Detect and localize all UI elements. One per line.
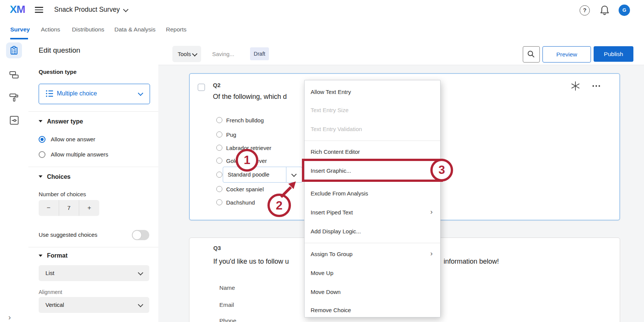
survey-flow-blocks-icon[interactable] [9, 70, 19, 80]
q3-field-name: Name [219, 284, 235, 291]
annotation-step-1-circle: 1 [236, 149, 258, 172]
xm-logo: XM [10, 3, 25, 16]
q2-choice-radio [216, 145, 222, 151]
annotation-step-3-circle: 3 [430, 159, 453, 181]
q3-id: Q3 [213, 245, 221, 251]
collapse-panel-chevron[interactable]: › [8, 313, 11, 322]
menu-item-assign-to-group[interactable]: Assign To Group [311, 250, 432, 258]
answer-type-collapse-triangle[interactable] [39, 120, 42, 122]
survey-title[interactable]: Snack Product Survey [54, 6, 120, 14]
menu-item-text-entry-size: Text Entry Size [311, 106, 432, 114]
q2-choice-radio [216, 199, 222, 205]
search-icon [527, 50, 535, 58]
format-select[interactable]: List [39, 265, 149, 281]
q2-choice-radio [216, 158, 222, 164]
saving-status: Saving... [212, 46, 234, 62]
tab-data-analysis[interactable]: Data & Analysis [114, 20, 156, 39]
sidebar-rail [0, 40, 29, 322]
look-and-feel-paint-roller-icon[interactable] [9, 92, 19, 103]
menu-item-add-display-logic[interactable]: Add Display Logic... [311, 228, 432, 235]
allow-multiple-answers-label[interactable]: Allow multiple answers [51, 151, 108, 158]
choices-count-value: 7 [59, 200, 80, 216]
format-chevron-icon [138, 270, 143, 275]
menu-item-insert-piped-text[interactable]: Insert Piped Text [311, 209, 432, 216]
choice-context-menu: Allow Text Entry Text Entry Size Text En… [304, 80, 441, 317]
notifications-bell-icon[interactable] [600, 5, 610, 16]
alignment-label: Alignment [39, 289, 62, 295]
tools-button[interactable]: Tools [172, 46, 201, 62]
use-suggested-choices-toggle[interactable] [132, 230, 149, 240]
favorite-asterisk-icon[interactable] [570, 81, 581, 91]
survey-options-sliders-icon[interactable] [9, 115, 19, 125]
preview-button[interactable]: Preview [542, 46, 591, 63]
choices-count-stepper: − 7 + [39, 200, 99, 216]
radio-allow-one-answer[interactable] [39, 136, 45, 143]
draft-badge: Draft [250, 47, 269, 60]
use-suggested-choices-label: Use suggested choices [39, 231, 97, 238]
q2-select-checkbox[interactable] [198, 84, 205, 91]
menu-item-exclude-from-analysis[interactable]: Exclude From Analysis [311, 190, 432, 197]
tab-distributions[interactable]: Distributions [72, 20, 104, 39]
q2-choice-radio [216, 172, 222, 178]
q2-choice-label[interactable]: Pug [226, 131, 236, 138]
survey-builder-icon[interactable] [9, 46, 19, 55]
allow-one-answer-label[interactable]: Allow one answer [51, 136, 95, 143]
q2-choice-radio [216, 117, 222, 123]
q2-choice-radio [216, 186, 222, 192]
help-icon[interactable]: ? [580, 5, 590, 16]
menu-item-move-up[interactable]: Move Up [311, 269, 432, 277]
choices-collapse-triangle[interactable] [39, 175, 42, 178]
q2-choice-radio [216, 131, 222, 138]
active-tab-underline [10, 38, 28, 39]
answer-type-heading[interactable]: Answer type [47, 118, 83, 125]
more-options-icon[interactable] [592, 85, 600, 87]
menu-item-text-entry-validation: Text Entry Validation [311, 125, 432, 133]
alignment-value: Vertical [45, 297, 64, 313]
avatar[interactable]: G [619, 5, 630, 16]
q3-field-email: Email [219, 302, 234, 308]
q3-question-text-left[interactable]: If you'd like us to follow u [213, 258, 289, 266]
tab-actions[interactable]: Actions [41, 20, 60, 39]
choices-heading[interactable]: Choices [47, 174, 70, 180]
panel-title: Edit question [39, 46, 80, 55]
number-of-choices-label: Number of choices [39, 191, 86, 197]
alignment-select[interactable]: Vertical [39, 297, 149, 313]
tab-reports[interactable]: Reports [166, 20, 186, 39]
q2-id: Q2 [213, 82, 220, 88]
choice-edit-input[interactable]: Standard poodle [223, 167, 286, 183]
menu-item-rich-content-editor[interactable]: Rich Content Editor [311, 148, 432, 156]
search-button[interactable] [523, 46, 540, 63]
tab-survey[interactable]: Survey [10, 20, 30, 39]
publish-button[interactable]: Publish [594, 46, 633, 62]
menu-item-remove-choice[interactable]: Remove Choice [311, 306, 432, 314]
menu-divider [305, 141, 440, 141]
annotation-highlight-box-insert-graphic [302, 159, 443, 182]
radio-allow-multiple-answers[interactable] [39, 151, 45, 158]
format-value: List [45, 265, 54, 281]
question-type-label: Question type [39, 69, 77, 75]
q2-choice-label[interactable]: French bulldog [226, 117, 264, 123]
increase-choices-button[interactable]: + [79, 200, 99, 216]
format-heading[interactable]: Format [47, 252, 67, 259]
alignment-chevron-icon [138, 302, 143, 307]
annotation-step-2-arrow [278, 178, 300, 200]
qualtrics-survey-editor: XM Snack Product Survey ? G Survey Actio… [0, 0, 644, 322]
menu-item-move-down[interactable]: Move Down [311, 288, 432, 296]
q2-choice-label[interactable]: Dachshund [226, 199, 255, 206]
tools-chevron-icon [192, 51, 197, 56]
q3-question-text-right[interactable]: information below! [444, 258, 499, 266]
multiple-choice-icon [45, 89, 54, 98]
q2-choice-label[interactable]: Cocker spaniel [226, 186, 264, 192]
format-collapse-triangle[interactable] [39, 255, 42, 257]
q3-field-phone: Phone [219, 317, 236, 322]
menu-divider [305, 243, 440, 243]
q2-question-text[interactable]: Of the following, which d [213, 93, 287, 101]
menu-item-allow-text-entry[interactable]: Allow Text Entry [311, 88, 432, 96]
decrease-choices-button[interactable]: − [39, 200, 59, 216]
question-type-value: Multiple choice [57, 84, 97, 103]
choice-options-chevron-icon [291, 172, 297, 177]
hamburger-menu-icon[interactable] [35, 7, 43, 13]
